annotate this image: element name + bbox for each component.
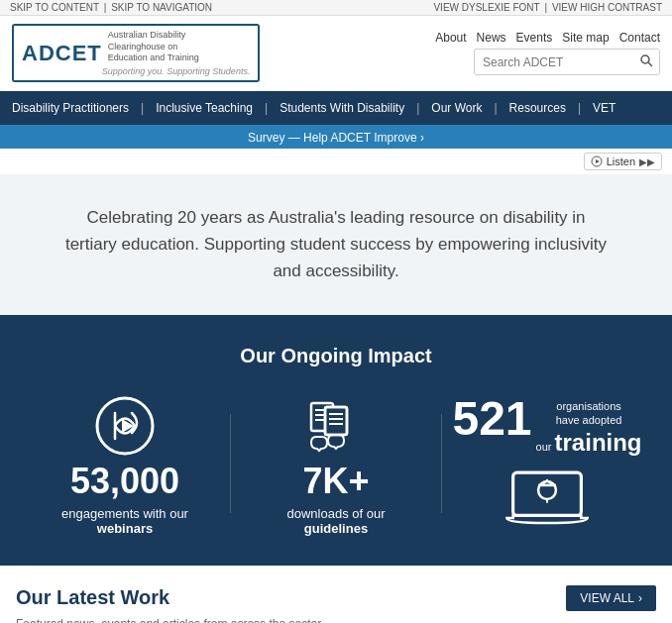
search-bar (474, 49, 660, 75)
webinar-label: engagements with our webinars (61, 506, 188, 536)
high-contrast-link[interactable]: VIEW HIGH CONTRAST (552, 2, 662, 13)
search-button[interactable] (633, 50, 659, 74)
forward-icon: ▶▶ (639, 156, 655, 167)
guidelines-label: downloads of our guidelines (286, 506, 385, 536)
nav-vet[interactable]: VET (581, 91, 627, 125)
top-nav-about[interactable]: About (435, 31, 466, 45)
guidelines-icon (301, 391, 371, 461)
survey-link[interactable]: Survey — Help ADCET Improve › (248, 131, 424, 145)
access-bar: SKIP TO CONTENT | SKIP TO NAVIGATION VIE… (0, 0, 672, 16)
search-icon (639, 53, 653, 67)
main-nav: Disability Practitioners | Inclusive Tea… (0, 91, 672, 125)
logo-tagline: Supporting you. Supporting Students. (102, 66, 251, 76)
view-all-button[interactable]: VIEW ALL › (566, 585, 656, 611)
header: ADCET Australian Disability Clearinghous… (0, 16, 672, 91)
chevron-right-icon: › (638, 591, 642, 605)
listen-icon (591, 156, 603, 167)
latest-header: Our Latest Work VIEW ALL › (16, 585, 656, 611)
impact-grid: 53,000 engagements with our webinars (20, 391, 652, 536)
nav-inclusive-teaching[interactable]: Inclusive Teaching (144, 91, 265, 125)
top-nav-news[interactable]: News (477, 31, 506, 45)
dyslexie-link[interactable]: VIEW DYSLEXIE FONT (433, 2, 539, 13)
top-nav: About News Events Site map Contact (435, 31, 660, 45)
latest-description: Featured news, events and articles from … (16, 617, 656, 623)
webinar-number: 53,000 (70, 461, 179, 502)
training-number: 521 (452, 395, 531, 443)
listen-label: Listen (607, 156, 635, 167)
svg-marker-3 (596, 159, 600, 163)
nav-resources[interactable]: Resources (498, 91, 578, 125)
nav-students-with-disability[interactable]: Students With Disability (268, 91, 416, 125)
hero-section: Celebrating 20 years as Australia's lead… (0, 174, 672, 315)
training-icon (503, 463, 592, 532)
impact-training: 521 organisationshave adopted our traini… (442, 395, 652, 532)
search-input[interactable] (475, 52, 633, 73)
impact-section: Our Ongoing Impact 53,000 engagements wi… (0, 315, 672, 566)
top-nav-events[interactable]: Events (516, 31, 553, 45)
svg-point-0 (641, 55, 649, 63)
logo[interactable]: ADCET Australian Disability Clearinghous… (12, 24, 260, 82)
guidelines-number: 7K+ (302, 461, 369, 502)
header-right: About News Events Site map Contact (435, 31, 660, 75)
logo-text: Australian Disability Clearinghouse on E… (108, 30, 251, 64)
logo-acronym: ADCET (22, 41, 102, 66)
listen-bar: Listen ▶▶ (0, 149, 672, 174)
skip-content-link[interactable]: SKIP TO CONTENT (10, 2, 99, 13)
latest-work-section: Our Latest Work VIEW ALL › Featured news… (0, 566, 672, 623)
top-nav-contact[interactable]: Contact (619, 31, 660, 45)
impact-guidelines: 7K+ downloads of our guidelines (231, 391, 441, 536)
skip-nav-link[interactable]: SKIP TO NAVIGATION (111, 2, 212, 13)
latest-heading: Our Latest Work (16, 586, 169, 609)
listen-button[interactable]: Listen ▶▶ (584, 153, 662, 170)
survey-bar: Survey — Help ADCET Improve › (0, 125, 672, 149)
impact-heading: Our Ongoing Impact (20, 345, 652, 367)
svg-rect-10 (325, 407, 347, 435)
webinar-icon (90, 391, 160, 461)
impact-webinars: 53,000 engagements with our webinars (20, 391, 230, 536)
svg-line-1 (648, 62, 652, 66)
nav-our-work[interactable]: Our Work (419, 91, 494, 125)
top-nav-sitemap[interactable]: Site map (562, 31, 609, 45)
nav-disability-practitioners[interactable]: Disability Practitioners (0, 91, 141, 125)
hero-text: Celebrating 20 years as Australia's lead… (59, 204, 613, 285)
training-sublabel: organisationshave adopted our training (536, 395, 642, 459)
